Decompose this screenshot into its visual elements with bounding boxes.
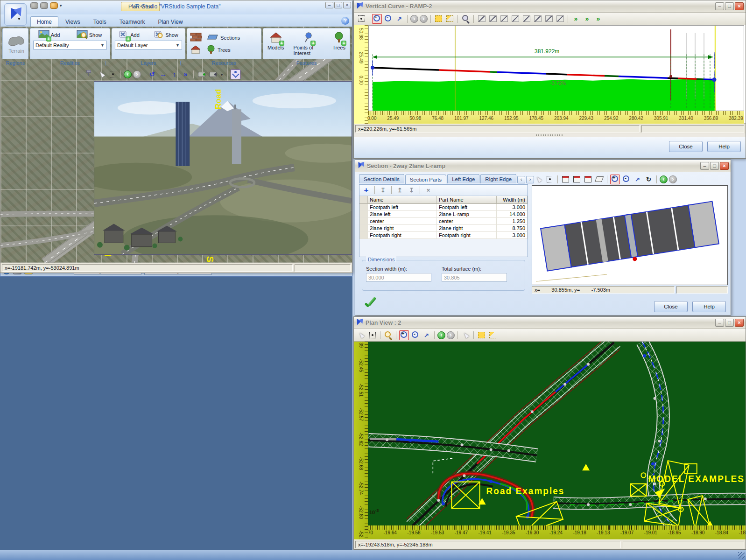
separator[interactable] <box>473 15 474 23</box>
pin-icon[interactable] <box>86 70 91 77</box>
find-icon[interactable] <box>383 330 393 340</box>
center-selection-icon[interactable] <box>108 70 118 79</box>
deselect-region-icon[interactable] <box>488 330 498 340</box>
zoom-in-icon[interactable] <box>399 330 409 340</box>
select-pointer-icon[interactable] <box>97 70 106 79</box>
separator[interactable] <box>434 331 435 339</box>
section-3d-view[interactable] <box>532 185 728 285</box>
separator[interactable] <box>396 331 396 339</box>
close-dialog-button[interactable]: Close <box>654 301 688 312</box>
minimize-button[interactable] <box>325 2 333 8</box>
separator[interactable] <box>144 70 144 78</box>
forward-icon[interactable]: › <box>420 15 428 23</box>
separator[interactable] <box>391 186 392 194</box>
orbit-icon[interactable]: ↺ <box>147 70 157 79</box>
separator[interactable] <box>120 70 121 78</box>
reality-combo[interactable]: Default Reality▼ <box>33 41 107 49</box>
view-cube-left-icon[interactable] <box>561 175 570 184</box>
help-button[interactable]: Help <box>707 141 741 152</box>
separator[interactable] <box>407 15 408 23</box>
trees-feature-button[interactable]: Trees <box>331 31 347 56</box>
tab-right-edge[interactable]: Right Edge <box>480 174 516 183</box>
plan-view-titlebar[interactable]: Plan View : 2 <box>354 317 746 329</box>
back-icon[interactable]: ‹ <box>437 331 445 339</box>
row-handle[interactable] <box>359 211 368 218</box>
materials-resource-icon[interactable] <box>190 32 202 44</box>
separator[interactable] <box>227 70 228 78</box>
section-titlebar[interactable]: Section - 2way 2lane L-ramp <box>355 160 731 172</box>
column-width[interactable]: Width (m) <box>497 196 528 204</box>
models-feature-button[interactable]: Models <box>266 31 285 56</box>
camera-list-icon[interactable] <box>208 70 218 79</box>
dialog-launcher-icon[interactable] <box>105 61 109 65</box>
deselect-region-icon[interactable] <box>445 14 455 24</box>
tab-section-details[interactable]: Section Details <box>359 174 404 183</box>
center-selection-icon[interactable] <box>356 14 366 24</box>
resize-grip[interactable] <box>738 552 745 559</box>
tab-scroll-left-icon[interactable] <box>517 176 525 183</box>
rotate-view-icon[interactable]: ↻ <box>644 175 654 184</box>
delete-part-icon[interactable]: × <box>423 185 433 195</box>
show-layer-button[interactable]: Show <box>154 30 178 40</box>
close-dialog-button[interactable]: Close <box>669 141 703 152</box>
minimize-button[interactable] <box>700 162 709 170</box>
trees-resource-button[interactable]: Trees <box>206 45 240 55</box>
pick-icon[interactable] <box>461 14 471 24</box>
pan-icon[interactable]: ↗ <box>633 175 642 184</box>
tab-teamwork[interactable]: Teamwork <box>113 17 151 27</box>
row-handle[interactable] <box>359 204 368 211</box>
separator[interactable] <box>193 70 194 78</box>
tab-tools[interactable]: Tools <box>87 17 113 27</box>
ruler-tool-icon[interactable] <box>544 14 554 24</box>
camera-dropdown-icon[interactable]: ▾ <box>219 70 225 79</box>
maximize-button[interactable] <box>725 2 734 10</box>
select-arrow-icon[interactable] <box>461 330 471 340</box>
back-icon[interactable]: ‹ <box>124 70 132 78</box>
terrain-tool-icon[interactable] <box>521 14 531 24</box>
zoom-in-icon[interactable] <box>372 14 382 24</box>
curve-tool-icon[interactable] <box>510 14 520 24</box>
select-pointer-icon[interactable] <box>356 330 366 340</box>
add-part-icon[interactable]: + <box>361 185 371 195</box>
row-handle[interactable] <box>359 232 368 239</box>
tab-left-edge[interactable]: Left Edge <box>447 174 479 183</box>
plan-map-canvas[interactable]: Road Examples MODEL EXAMPLES 10-3 <box>368 342 746 525</box>
show-reality-button[interactable]: Show <box>77 30 102 40</box>
tab-views[interactable]: Views <box>59 17 86 27</box>
apply-icon[interactable]: » <box>571 14 581 24</box>
tab-section-parts[interactable]: Section Parts <box>405 175 446 184</box>
maximize-button[interactable] <box>334 2 342 8</box>
move-down-icon[interactable]: ↧ <box>407 185 416 195</box>
add-camera-icon[interactable] <box>197 70 206 79</box>
close-button[interactable] <box>720 162 729 170</box>
delete-vip-icon[interactable] <box>488 14 498 24</box>
zoom-out-icon[interactable] <box>410 330 420 340</box>
separator[interactable] <box>656 175 657 183</box>
separator[interactable] <box>457 15 458 23</box>
minimize-button[interactable] <box>715 319 724 327</box>
view-cube-right-icon[interactable] <box>583 175 593 184</box>
column-part-name[interactable]: Part Name <box>437 196 497 204</box>
forward-icon[interactable]: › <box>669 175 677 183</box>
select-pointer-icon[interactable] <box>534 175 543 184</box>
separator[interactable] <box>369 15 369 23</box>
part-row[interactable]: Footpath right Footpath right 3.000 <box>359 232 528 239</box>
slope-tool-icon[interactable] <box>499 14 509 24</box>
zoom-out-icon[interactable] <box>621 175 631 184</box>
forward-icon[interactable]: › <box>133 70 141 78</box>
back-icon[interactable]: ‹ <box>660 175 668 183</box>
separator[interactable] <box>374 186 375 194</box>
part-row[interactable]: Footpath left Footpath left 3.000 <box>359 204 528 211</box>
walk-mode-icon[interactable] <box>231 70 240 79</box>
separator[interactable] <box>457 331 458 339</box>
3d-viewport-canvas[interactable]: Road <box>94 81 352 255</box>
forward-icon[interactable]: › <box>447 331 455 339</box>
select-region-icon[interactable] <box>477 330 486 340</box>
zoom-out-icon[interactable] <box>383 14 393 24</box>
separator[interactable] <box>430 15 431 23</box>
separator[interactable] <box>473 331 474 339</box>
dialog-launcher-icon[interactable] <box>180 61 184 65</box>
fly-icon[interactable]: » <box>181 70 190 79</box>
add-vip-icon[interactable] <box>477 14 486 24</box>
row-handle[interactable] <box>359 218 368 225</box>
